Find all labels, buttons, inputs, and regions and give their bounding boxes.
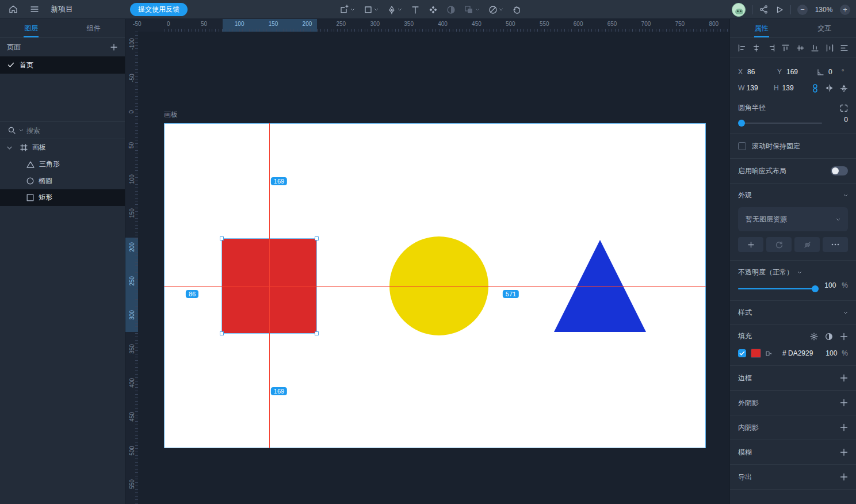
measure-badge-left: 86 — [186, 290, 198, 298]
fill-color-swatch[interactable] — [751, 349, 761, 358]
opacity-slider[interactable] — [738, 285, 819, 292]
add-section-button[interactable] — [840, 448, 848, 456]
collapse-chevron-icon[interactable] — [843, 194, 848, 197]
fix-on-scroll-checkbox[interactable] — [738, 142, 746, 150]
text-tool[interactable] — [408, 3, 422, 16]
align-h-center-icon[interactable] — [752, 44, 761, 52]
project-title[interactable]: 新项目 — [51, 4, 73, 14]
x-input[interactable]: 86 — [747, 68, 777, 76]
style-title: 样式 — [738, 308, 752, 318]
frame-tool[interactable] — [337, 3, 357, 16]
fill-visible-checkbox[interactable] — [738, 349, 746, 357]
artboard-label[interactable]: 画板 — [164, 110, 178, 120]
refresh-button[interactable] — [766, 237, 792, 252]
ruler-label: 50 — [125, 134, 138, 157]
zoom-in-button[interactable]: + — [840, 5, 850, 15]
more-options-button[interactable] — [823, 237, 848, 252]
w-label: W — [738, 84, 747, 92]
menu-icon[interactable] — [30, 5, 39, 13]
independent-corners-icon[interactable] — [840, 104, 848, 112]
align-right-icon[interactable] — [767, 44, 775, 52]
add-section-button[interactable] — [840, 374, 848, 382]
corner-radius-slider[interactable] — [738, 120, 822, 127]
page-item-home[interactable]: 首页 — [0, 56, 125, 74]
fill-style-icon[interactable] — [766, 350, 772, 357]
inspector-panel: 属性 交互 X 86 Y 169 0 ° W 1 — [729, 19, 856, 504]
add-resource-button[interactable] — [738, 237, 763, 252]
y-input[interactable]: 169 — [786, 68, 816, 76]
hand-tool[interactable] — [510, 3, 523, 16]
boolean-tool[interactable] — [462, 3, 482, 16]
resize-handle-tl[interactable] — [220, 236, 224, 240]
section-row: 内阴影 — [730, 415, 856, 440]
add-fill-icon[interactable] — [840, 333, 848, 341]
layer-item-rectangle[interactable]: 矩形 — [0, 189, 125, 206]
layer-item-triangle[interactable]: 三角形 — [0, 156, 125, 173]
vertical-ruler[interactable]: -100-50050100150200250300350400450500550 — [125, 32, 138, 504]
align-bottom-icon[interactable] — [811, 44, 819, 52]
search-filter-chevron[interactable] — [19, 129, 24, 132]
ellipse-icon — [26, 177, 34, 185]
search-icon — [7, 126, 16, 135]
feedback-button[interactable]: 提交使用反馈 — [130, 3, 188, 16]
opacity-section: 不透明度（正常） 100 % — [730, 261, 856, 301]
fill-hex-value[interactable]: # DA2929 — [782, 349, 813, 357]
resize-handle-bl[interactable] — [220, 331, 224, 335]
zoom-level[interactable]: 130% — [814, 6, 834, 14]
horizontal-ruler[interactable]: -500501001502002503003504004505005506006… — [125, 19, 729, 32]
add-section-button[interactable] — [840, 473, 848, 481]
expand-chevron-icon[interactable] — [7, 146, 12, 150]
align-v-center-icon[interactable] — [796, 44, 805, 52]
blend-mode-chevron[interactable] — [797, 271, 802, 274]
ruler-label: 200 — [303, 21, 312, 27]
responsive-toggle[interactable] — [831, 166, 848, 175]
corner-radius-value[interactable]: 0 — [844, 116, 848, 124]
layer-item-artboard[interactable]: 画板 — [0, 139, 125, 156]
user-avatar[interactable] — [732, 3, 746, 17]
component-tool[interactable] — [426, 3, 440, 16]
rotation-input[interactable]: 0 — [828, 68, 832, 76]
add-section-button[interactable] — [840, 423, 848, 432]
fill-entry: # DA2929 100 % — [738, 349, 848, 358]
fill-settings-icon[interactable] — [810, 333, 818, 341]
fill-opacity-value[interactable]: 100 — [826, 349, 837, 357]
opacity-value[interactable]: 100 — [824, 281, 836, 289]
tab-components[interactable]: 组件 — [63, 19, 125, 37]
mask-tool[interactable] — [486, 3, 506, 16]
resize-handle-tr[interactable] — [315, 236, 319, 240]
flip-horizontal-icon[interactable] — [825, 84, 834, 92]
ruler-label: 100 — [125, 168, 138, 191]
measure-guide-horizontal — [164, 286, 706, 287]
x-label: X — [738, 68, 747, 76]
layer-resource-select[interactable]: 暂无图层资源 — [738, 207, 848, 231]
pen-tool[interactable] — [385, 3, 404, 16]
play-icon[interactable] — [775, 5, 784, 14]
tab-properties[interactable]: 属性 — [730, 19, 793, 37]
tab-layers[interactable]: 图层 — [0, 19, 63, 37]
flip-vertical-icon[interactable] — [840, 84, 848, 93]
collapse-chevron-icon[interactable] — [843, 311, 848, 314]
distribute-v-icon[interactable] — [840, 44, 849, 52]
constrain-ratio-icon[interactable] — [812, 84, 819, 93]
search-input[interactable] — [26, 127, 95, 135]
fill-contrast-icon[interactable] — [825, 333, 833, 341]
unlink-button[interactable] — [794, 237, 820, 252]
home-icon[interactable] — [8, 4, 18, 14]
contrast-tool[interactable] — [444, 3, 458, 16]
layer-item-ellipse[interactable]: 椭圆 — [0, 173, 125, 189]
h-input[interactable]: 139 — [782, 84, 809, 92]
distribute-h-icon[interactable] — [826, 44, 834, 52]
resize-handle-br[interactable] — [315, 331, 319, 335]
zoom-out-button[interactable]: − — [797, 5, 808, 15]
layers-panel: 图层 组件 页面 首页 画板 三角形 椭圆 — [0, 19, 125, 504]
align-left-icon[interactable] — [737, 44, 746, 52]
shape-tool[interactable] — [361, 3, 381, 16]
share-icon[interactable] — [759, 5, 769, 14]
w-input[interactable]: 139 — [747, 84, 774, 92]
add-page-button[interactable] — [110, 43, 118, 51]
toolbar — [337, 0, 523, 19]
align-top-icon[interactable] — [781, 44, 790, 52]
tab-interactions[interactable]: 交互 — [793, 19, 856, 37]
add-section-button[interactable] — [840, 399, 848, 407]
canvas-viewport[interactable]: 画板 169 86 571 169 — [138, 32, 729, 504]
